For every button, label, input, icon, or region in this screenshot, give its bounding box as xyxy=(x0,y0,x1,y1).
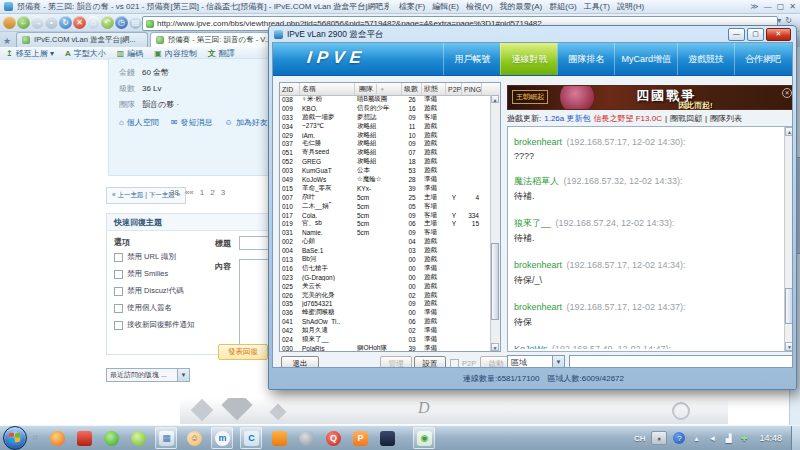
page-toolbar-item[interactable]: ↥ 移至上層 ▾ xyxy=(6,48,54,59)
taskbar-icon[interactable] xyxy=(74,428,94,448)
url-dropdown-icon[interactable]: ▾ xyxy=(777,16,781,25)
profile-link[interactable]: ✉ 發短消息 xyxy=(171,117,213,128)
jewelry-ad-banner[interactable]: D xyxy=(180,398,728,424)
table-row[interactable]: 010 二木__娟˝ 5cm 05 客場 xyxy=(280,202,491,211)
chat-username[interactable]: 魔法稻草人 xyxy=(514,176,559,186)
select-arrow-icon[interactable]: ▼ xyxy=(177,369,189,381)
maximize-button[interactable]: ▢ xyxy=(747,28,764,41)
quick-launch-handle-icon[interactable]: ∷ xyxy=(33,434,38,442)
team-list-link[interactable]: 團隊列表 xyxy=(710,113,742,124)
quick-reply-checkbox[interactable]: 禁用 Smilies xyxy=(114,269,195,279)
table-row[interactable]: 031 Namie. 5cm 09 客場 xyxy=(280,228,491,237)
table-row[interactable]: 036 蜂蜜潤喉糖 00 準備 xyxy=(280,308,491,317)
show-desktop-button[interactable] xyxy=(791,426,800,450)
chat-scrollbar[interactable]: ▲ ▼ xyxy=(784,127,793,351)
table-row[interactable]: 037 毛仁勝 攻略組 09 遊戲 xyxy=(280,139,491,148)
scroll-up-icon[interactable]: ▲ xyxy=(491,95,499,103)
table-row[interactable]: 017 Cola. 5cm 09 客場 Y 334 xyxy=(280,211,491,220)
col-team[interactable]: 團隊▾ xyxy=(355,83,402,95)
taskbar-icon[interactable] xyxy=(377,428,397,448)
minimize-button[interactable]: — xyxy=(764,2,772,11)
col-status[interactable]: 狀態 xyxy=(422,83,446,95)
col-level[interactable]: 級數 xyxy=(402,83,422,95)
taskbar-icon[interactable]: ◉ xyxy=(413,427,435,449)
tray-icon[interactable]: ▪ xyxy=(651,431,667,445)
tray-icon[interactable]: ✚ xyxy=(739,432,749,444)
manage-button[interactable]: 管理 xyxy=(380,356,412,368)
select-arrow-icon[interactable]: ▼ xyxy=(552,356,564,368)
quick-reply-checkbox[interactable]: 使用個人簽名 xyxy=(114,303,195,313)
recent-forums-select[interactable]: 最近訪問的版塊 ... ▼ xyxy=(106,368,190,382)
nav-tab[interactable]: 用戶帳號 xyxy=(443,43,500,75)
col-name[interactable]: 名稱 xyxy=(300,83,355,95)
go-icon[interactable]: ↻ xyxy=(785,16,792,25)
col-ping[interactable]: PING xyxy=(462,83,482,95)
table-row[interactable]: 042 如月久遠 02 準備 xyxy=(280,326,491,335)
toolbar-icon[interactable]: ✕ xyxy=(73,16,86,29)
quick-reply-checkbox[interactable]: 接收新回復郵件通知 xyxy=(114,320,195,330)
toolbar-icon[interactable]: ◷ xyxy=(115,16,128,29)
toolbar-icon[interactable]: ▤ xyxy=(129,16,142,29)
taskbar-icon[interactable]: ▦ xyxy=(155,427,177,449)
table-row[interactable]: 015 革命_零灰 KYx- 39 準備 xyxy=(280,184,491,193)
tray-icon[interactable]: CH xyxy=(634,432,646,444)
taskbar-icon[interactable] xyxy=(269,428,289,448)
table-row[interactable]: 007 尕叶 5cm 25 主場 Y 4 xyxy=(280,193,491,202)
tray-icon[interactable]: ▴ xyxy=(691,432,701,444)
scroll-down-icon[interactable]: ▼ xyxy=(785,342,793,351)
table-row[interactable]: 033 遊戲一場夢 夢想誌 09 客場 xyxy=(280,113,491,122)
table-row[interactable]: 052 GREG 攻略組 18 遊戲 xyxy=(280,157,491,166)
checkbox-icon[interactable] xyxy=(450,359,459,368)
taskbar-icon[interactable]: Q xyxy=(323,428,343,448)
checkbox-icon[interactable] xyxy=(114,270,123,279)
close-button[interactable]: ✕ xyxy=(789,2,796,11)
taskbar-icon[interactable]: P xyxy=(350,428,370,448)
table-row[interactable]: 013 Bb河 00 遊戲 xyxy=(280,255,491,264)
scroll-up-icon[interactable]: ▲ xyxy=(785,127,793,136)
reply-submit-button[interactable]: 發表回復 xyxy=(218,344,268,360)
scroll-down-icon[interactable]: ▼ xyxy=(491,343,499,351)
table-row[interactable]: 004 BaSe.1 03 遊戲 xyxy=(280,246,491,255)
table-row[interactable]: 034 ~273℃ 攻略組 11 遊戲 xyxy=(280,122,491,131)
chat-username[interactable]: KoJoWs xyxy=(514,344,548,349)
taskbar-icon[interactable]: m xyxy=(211,427,233,449)
tray-icon[interactable]: ▟ xyxy=(723,432,733,444)
restore-button[interactable]: ▢ xyxy=(777,2,785,11)
col-p2p[interactable]: P2P xyxy=(446,83,462,95)
menu-overflow-icon[interactable]: ≫ xyxy=(750,2,758,11)
table-row[interactable]: 024 狼來了__ 03 準備 xyxy=(280,335,491,344)
game-ad-banner[interactable]: 王朝崛起 四國戰爭 因此而起! ✕ xyxy=(507,85,793,110)
nav-tab[interactable]: 遊戲競技 xyxy=(677,43,734,75)
taskbar-icon[interactable]: ☺ xyxy=(184,428,204,448)
nav-tab[interactable]: 團隊排名 xyxy=(557,43,614,75)
page-number[interactable]: 38 xyxy=(170,188,179,197)
checkbox-icon[interactable] xyxy=(114,304,123,313)
start-button[interactable] xyxy=(3,426,27,450)
favorites-star-icon[interactable]: ★ xyxy=(3,36,11,46)
menu-item[interactable]: 檔案(F) xyxy=(399,1,425,12)
minimize-button[interactable]: — xyxy=(728,28,745,41)
table-row[interactable]: 030 PolaRis 獅OHoh隊 39 準備 xyxy=(280,344,491,351)
tray-icon[interactable]: ◄ xyxy=(707,432,717,444)
menu-item[interactable]: 群組(G) xyxy=(549,1,577,12)
table-row[interactable]: 002 心頗 04 遊戲 xyxy=(280,237,491,246)
toolbar-icon[interactable]: • xyxy=(45,16,58,29)
toolbar-icon[interactable]: ← xyxy=(17,16,30,29)
toolbar-icon[interactable]: ↻ xyxy=(59,16,72,29)
page-number[interactable]: 3 xyxy=(221,188,225,197)
quick-reply-checkbox[interactable]: 禁用 Discuz!代碼 xyxy=(114,286,195,296)
page-number[interactable]: «« xyxy=(185,188,194,197)
table-row[interactable]: 035 jd7654321 09 遊戲 xyxy=(280,299,491,308)
table-row[interactable]: 003 KumGuaT 公本 53 遊戲 xyxy=(280,166,491,175)
nav-tab[interactable]: 連線對戰 xyxy=(500,43,557,75)
chat-input[interactable] xyxy=(569,355,793,368)
game-link[interactable]: 信長之野望 F13.0C xyxy=(593,113,661,124)
ad-close-icon[interactable]: ✕ xyxy=(782,88,792,98)
chat-channel-select[interactable]: 區域 ▼ xyxy=(507,355,565,368)
page-toolbar-item[interactable]: A 字型大小 xyxy=(65,48,106,59)
p2p-checkbox[interactable]: P2P xyxy=(450,359,476,368)
ipve-titlebar[interactable]: IPvE vLan 2900 遊盒平台 — ▢ ✕ xyxy=(269,26,796,43)
profile-link[interactable]: ☺ 加為好友 xyxy=(225,117,268,128)
menu-item[interactable]: 檢視(V) xyxy=(466,1,493,12)
table-row[interactable]: 019 官、sb 5cm 06 主場 Y 15 xyxy=(280,219,491,228)
